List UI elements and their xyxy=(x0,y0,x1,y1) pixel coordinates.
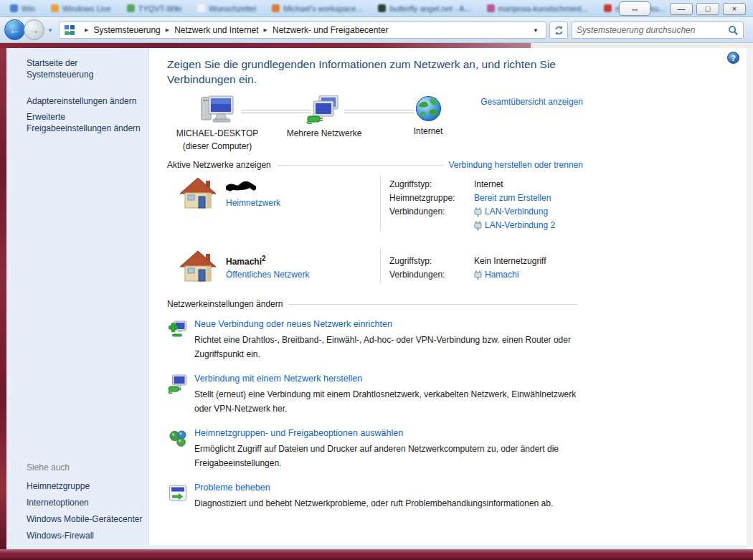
see-also-header: Siehe auch xyxy=(27,462,142,473)
breadcrumb-separator-icon: ▶ xyxy=(85,27,88,33)
search-input[interactable] xyxy=(577,25,728,35)
task-troubleshoot: Probleme beheben Diagnostiziert und behe… xyxy=(167,483,583,511)
tab-label: Windows Live xyxy=(62,4,111,13)
refresh-button[interactable] xyxy=(549,22,568,39)
tab-favicon-icon xyxy=(197,4,205,12)
task-new-connection: Neue Verbindung oder neues Netzwerk einr… xyxy=(167,319,583,361)
tab-favicon-icon xyxy=(272,4,280,12)
tab-label: Wunschzettel xyxy=(209,4,256,13)
breadcrumb[interactable]: ▶ Systemsteuerung ▶ Netzwerk und Interne… xyxy=(59,22,546,39)
access-type-label: Zugriffstyp: xyxy=(389,178,474,191)
sidebar-item-startseite[interactable]: Startseite der Systemsteuerung xyxy=(27,57,144,80)
tab-favicon-icon xyxy=(487,4,495,12)
help-icon: ? xyxy=(731,54,736,62)
network-category-link[interactable]: Heimnetzwerk xyxy=(226,198,280,208)
map-node-multiple-networks[interactable]: Mehrere Netzwerke xyxy=(274,95,374,139)
browser-tab-bar: Win Windows Live TYQVT-Wiki Wunschzettel… xyxy=(0,0,753,17)
close-button[interactable]: × xyxy=(723,3,746,15)
browser-tab[interactable]: Win xyxy=(4,1,45,16)
help-button[interactable]: ? xyxy=(727,52,739,64)
multiple-networks-icon xyxy=(306,95,342,124)
connect-network-icon xyxy=(167,374,189,394)
globe-icon xyxy=(415,95,442,122)
map-node-computer[interactable]: MICHAEL-DESKTOP (dieser Computer) xyxy=(167,95,267,152)
task-description: Richtet eine Drahtlos-, Breitband-, Einw… xyxy=(194,333,582,361)
maximize-button[interactable]: □ xyxy=(696,3,719,15)
network-row-hamachi: Hamachi2 Öffentliches Netzwerk Zugriffst… xyxy=(167,249,583,283)
network-category-link[interactable]: Öffentliches Netzwerk xyxy=(226,270,310,280)
sidebar-item-internetoptionen[interactable]: Internetoptionen xyxy=(27,495,142,511)
house-icon xyxy=(179,249,217,283)
connections-label: Verbindungen: xyxy=(389,205,474,219)
access-type-label: Zugriffstyp: xyxy=(389,255,474,268)
task-link[interactable]: Heimnetzgruppen- und Freigabeoptionen au… xyxy=(194,428,403,438)
sidebar-item-heimnetzgruppe[interactable]: Heimnetzgruppe xyxy=(27,478,142,495)
recent-pages-dropdown[interactable]: ▼ xyxy=(47,27,53,34)
back-button[interactable]: ← xyxy=(4,19,25,40)
desktop-edge-left xyxy=(0,48,6,549)
task-description: Ermöglicht Zugriff auf Dateien und Druck… xyxy=(194,442,582,470)
browser-tab[interactable]: Michael's workspace... xyxy=(266,1,372,16)
task-link[interactable]: Probleme beheben xyxy=(194,483,270,493)
browser-tab[interactable]: Wunschzettel xyxy=(191,1,266,16)
settings-header: Netzwerkeinstellungen ändern xyxy=(167,299,283,309)
troubleshoot-icon xyxy=(167,483,189,503)
network-map: MICHAEL-DESKTOP (dieser Computer) xyxy=(167,95,583,154)
close-icon: × xyxy=(732,5,737,13)
censored-network-name xyxy=(226,181,256,193)
minimize-button[interactable]: — xyxy=(670,3,693,15)
connect-disconnect-link[interactable]: Verbindung herstellen oder trennen xyxy=(449,160,583,170)
browser-tab[interactable]: Windows Live xyxy=(45,1,121,16)
task-link[interactable]: Neue Verbindung oder neues Netzwerk einr… xyxy=(194,319,392,329)
page-title: Zeigen Sie die grundlegenden Information… xyxy=(167,57,587,87)
browser-tab[interactable]: butterfly angel.net - A... xyxy=(372,1,480,16)
tab-label: TYQVT-Wiki xyxy=(138,4,182,13)
house-icon xyxy=(179,176,217,210)
sidebar-item-mobile-geraetecenter[interactable]: Windows Mobile-Gerätecenter xyxy=(27,511,142,528)
network-identity: Heimnetzwerk xyxy=(167,176,380,232)
network-details: Zugriffstyp: Internet Heimnetzgruppe: Be… xyxy=(381,176,555,232)
ethernet-plug-icon xyxy=(474,221,482,231)
background-window-strip xyxy=(0,43,531,48)
computer-icon xyxy=(200,95,235,124)
map-node-label: Mehrere Netzwerke xyxy=(274,128,374,139)
divider-line xyxy=(277,165,443,166)
search-icon[interactable] xyxy=(728,25,739,36)
map-node-sublabel: (dieser Computer) xyxy=(167,141,267,152)
sidebar-item-freigabeeinstellungen[interactable]: Erweiterte Freigabeeinstellungen ändern xyxy=(27,111,144,134)
forward-button[interactable]: → xyxy=(24,19,44,40)
task-connect-network: Verbindung mit einem Netzwerk herstellen… xyxy=(167,374,583,416)
connection-link-hamachi[interactable]: Hamachi xyxy=(485,268,518,282)
active-networks-header: Aktive Netzwerke anzeigen xyxy=(167,160,271,170)
minimize-icon: — xyxy=(678,5,686,13)
address-dropdown-button[interactable]: ▼ xyxy=(530,27,541,34)
network-details: Zugriffstyp: Kein Internetzugriff Verbin… xyxy=(381,249,546,283)
breadcrumb-item-netzwerk-und-internet[interactable]: Netzwerk und Internet xyxy=(174,25,258,35)
full-map-link[interactable]: Gesamtübersicht anzeigen xyxy=(480,97,583,107)
restore-arrows-button[interactable]: ⇔ xyxy=(619,1,650,16)
background-strip-right xyxy=(531,43,753,48)
map-node-internet[interactable]: Internet xyxy=(399,95,457,137)
sidebar: Startseite der Systemsteuerung Adapterei… xyxy=(6,48,149,545)
map-node-label: MICHAEL-DESKTOP xyxy=(167,128,267,139)
breadcrumb-item-systemsteuerung[interactable]: Systemsteuerung xyxy=(93,25,160,35)
tab-label: Michael's workspace... xyxy=(283,4,362,13)
browser-tab[interactable]: mariposa-kunstschmied... xyxy=(481,1,598,16)
sidebar-item-windows-firewall[interactable]: Windows-Firewall xyxy=(27,528,142,544)
network-identity: Hamachi2 Öffentliches Netzwerk xyxy=(167,249,380,283)
search-box xyxy=(572,22,744,39)
connection-link-lan1[interactable]: LAN-Verbindung xyxy=(485,205,548,219)
settings-header-row: Netzwerkeinstellungen ändern xyxy=(167,299,583,309)
connection-link-lan2[interactable]: LAN-Verbindung 2 xyxy=(485,219,555,232)
connections-label: Verbindungen: xyxy=(389,268,474,282)
network-sharing-center-window: Startseite der Systemsteuerung Adapterei… xyxy=(6,48,747,545)
homegroup-status-link[interactable]: Bereit zum Erstellen xyxy=(474,191,551,205)
browser-tab[interactable]: TYQVT-Wiki xyxy=(121,1,192,16)
breadcrumb-item-freigabecenter[interactable]: Netzwerk- und Freigabecenter xyxy=(273,25,388,35)
navigation-bar: ← → ▼ ▶ Systemsteuerung ▶ Netzwerk und I… xyxy=(0,17,753,43)
main-content: ? Zeigen Sie die grundlegenden Informati… xyxy=(149,48,747,545)
tab-label: butterfly angel.net - A... xyxy=(389,4,470,13)
sidebar-item-adaptereinstellungen[interactable]: Adaptereinstellungen ändern xyxy=(27,95,144,107)
task-link[interactable]: Verbindung mit einem Netzwerk herstellen xyxy=(194,374,362,384)
chevron-down-icon: ▼ xyxy=(47,27,53,34)
